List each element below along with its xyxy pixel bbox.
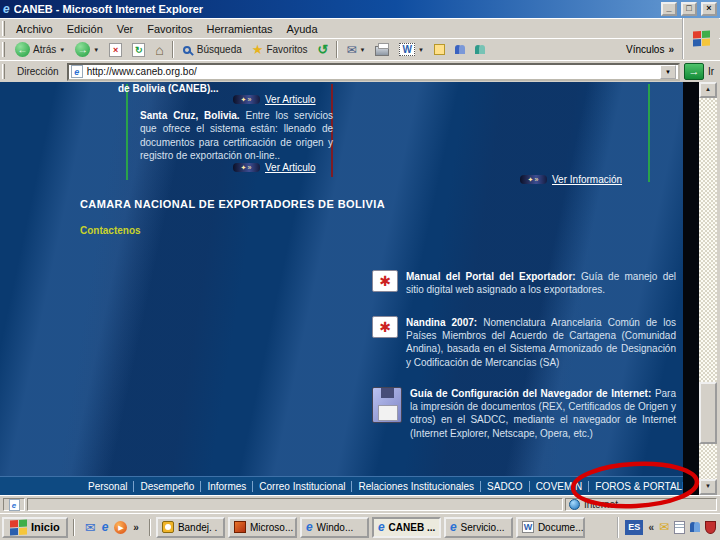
edit-button[interactable]: W ▼ <box>395 42 427 57</box>
address-url[interactable]: http://www.caneb.org.bo/ <box>87 66 656 77</box>
ver-articulo-label[interactable]: Ver Articulo <box>265 162 316 173</box>
download-item-manual[interactable]: ✱ Manual del Portal del Exportador: Guía… <box>372 270 676 296</box>
scroll-up-button[interactable]: ▲ <box>699 82 717 98</box>
page-margin <box>683 82 699 495</box>
close-button[interactable]: × <box>701 2 717 16</box>
research-button[interactable] <box>471 44 489 55</box>
start-button[interactable]: Inicio <box>2 517 68 538</box>
toolbar-separator <box>172 41 174 58</box>
pdf-icon[interactable]: ✱ <box>372 316 398 338</box>
go-button[interactable]: → <box>684 63 704 80</box>
task-label: Bandej. . <box>178 522 217 533</box>
task-button-caneb-active[interactable]: e CANEB ... <box>372 517 441 538</box>
scrollbar-thumb[interactable] <box>699 382 717 444</box>
tray-messenger-icon[interactable] <box>690 522 700 532</box>
status-message-panel <box>27 498 563 511</box>
ver-informacion-label[interactable]: Ver Información <box>552 174 622 185</box>
language-indicator[interactable]: ES <box>625 520 643 535</box>
nav-relaciones-institucionales[interactable]: Relaciones Institucionales <box>352 481 481 492</box>
search-label: Búsqueda <box>197 44 242 55</box>
quick-launch-chevron-icon[interactable]: » <box>133 522 139 533</box>
windows-flag-icon <box>10 519 27 535</box>
toolbar-grip[interactable] <box>2 64 5 80</box>
discuss-button[interactable] <box>430 43 449 56</box>
forward-button[interactable]: → ▼ <box>71 41 103 58</box>
internet-explorer-icon[interactable]: e <box>102 521 109 533</box>
research-people-icon <box>475 45 485 54</box>
links-bar[interactable]: Vínculos » <box>622 43 678 56</box>
task-button-windows[interactable]: e Windo... <box>300 517 369 538</box>
tray-document-icon[interactable] <box>674 521 685 534</box>
menu-ver[interactable]: Ver <box>110 21 141 37</box>
ver-articulo-link-2[interactable]: ✦» Ver Articulo <box>233 162 316 173</box>
toolbar-grip[interactable] <box>2 42 5 58</box>
task-button-servicio[interactable]: e Servicio... <box>444 517 513 538</box>
forward-dropdown-icon[interactable]: ▼ <box>93 47 99 53</box>
ver-informacion-link[interactable]: ✦» Ver Información <box>520 174 622 185</box>
nav-personal[interactable]: Personal <box>82 481 134 492</box>
task-button-microsoft[interactable]: Microso... <box>228 517 297 538</box>
home-button[interactable]: ⌂ <box>151 42 167 58</box>
menu-favoritos[interactable]: Favoritos <box>140 21 199 37</box>
task-button-bandeja[interactable]: Bandej. . <box>156 517 225 538</box>
ver-articulo-label[interactable]: Ver Articulo <box>265 94 316 105</box>
messenger-button[interactable] <box>451 44 469 55</box>
mail-dropdown-icon[interactable]: ▼ <box>360 47 366 53</box>
edit-dropdown-icon[interactable]: ▼ <box>418 47 424 53</box>
ver-articulo-link-1[interactable]: ✦» Ver Articulo <box>233 94 316 105</box>
nav-foros-portales[interactable]: FOROS & PORTALES <box>589 481 683 492</box>
task-button-documento[interactable]: W Docume... <box>516 517 585 538</box>
history-button[interactable]: ↺ <box>314 42 333 57</box>
office-app-icon <box>234 521 246 533</box>
menu-ayuda[interactable]: Ayuda <box>280 21 325 37</box>
nav-sadco[interactable]: SADCO <box>481 481 530 492</box>
forward-icon: → <box>75 42 90 57</box>
taskbar-separator <box>73 519 75 536</box>
print-button[interactable] <box>371 42 393 57</box>
nav-covemin[interactable]: COVEMIN <box>530 481 590 492</box>
links-chevron-icon[interactable]: » <box>668 44 674 55</box>
menu-edicion[interactable]: Edición <box>60 21 110 37</box>
floppy-disk-icon[interactable] <box>372 387 402 423</box>
green-accent-line <box>126 84 128 180</box>
contactenos-link[interactable]: Contactenos <box>80 225 141 236</box>
back-button[interactable]: ← Atrás ▼ <box>11 41 69 58</box>
ie-throbber <box>682 18 719 59</box>
search-button[interactable]: Búsqueda <box>178 43 246 56</box>
tray-mail-icon[interactable]: ✉ <box>659 521 669 533</box>
nav-desempeno[interactable]: Desempeño <box>134 481 201 492</box>
download-item-nandina[interactable]: ✱ Nandina 2007: Nomenclatura Arancelaria… <box>372 316 676 369</box>
ie-logo-icon: e <box>3 3 10 15</box>
scroll-down-button[interactable]: ▼ <box>699 479 717 495</box>
browser-viewport: de Bolivia (CANEB)... ✦» Ver Articulo Sa… <box>0 82 720 495</box>
search-icon <box>183 46 191 54</box>
minimize-button[interactable]: _ <box>661 2 677 16</box>
toolbar-grip[interactable] <box>2 21 5 35</box>
download-item-guia-navegador[interactable]: Guía de Configuración del Navegador de I… <box>372 387 676 440</box>
outlook-express-icon[interactable]: ✉ <box>85 521 96 534</box>
pdf-icon[interactable]: ✱ <box>372 270 398 292</box>
stop-button[interactable]: × <box>105 42 126 58</box>
tray-antivirus-shield-icon[interactable] <box>705 521 716 534</box>
sparkle-arrow-icon: ✦» <box>233 95 260 104</box>
restore-button[interactable]: □ <box>681 2 697 16</box>
address-input[interactable]: e http://www.caneb.org.bo/ ▼ <box>67 63 680 81</box>
address-dropdown-icon[interactable]: ▼ <box>660 65 676 79</box>
tray-chevron-icon[interactable]: « <box>648 522 654 533</box>
bottom-nav-bar: Personal Desempeño Informes Correo Insti… <box>0 476 683 495</box>
favorites-button[interactable]: ★ Favoritos <box>248 42 312 57</box>
nav-informes[interactable]: Informes <box>201 481 253 492</box>
globe-icon <box>569 499 580 510</box>
vertical-scrollbar[interactable]: ▲ ▼ <box>699 82 717 495</box>
menu-herramientas[interactable]: Herramientas <box>200 21 280 37</box>
title-bar: e CANEB - Microsoft Internet Explorer _ … <box>0 0 720 18</box>
nav-correo-institucional[interactable]: Correo Institucional <box>253 481 352 492</box>
news-fragment: de Bolivia (CANEB)... <box>118 83 219 94</box>
back-dropdown-icon[interactable]: ▼ <box>59 47 65 53</box>
media-player-icon[interactable]: ▶ <box>114 521 127 534</box>
standard-toolbar: ← Atrás ▼ → ▼ × ↻ ⌂ Búsqueda ★ Favoritos… <box>0 38 720 60</box>
download-lead: Nandina 2007: <box>406 317 477 328</box>
mail-button[interactable]: ✉ ▼ <box>342 43 369 57</box>
refresh-button[interactable]: ↻ <box>128 42 149 58</box>
menu-archivo[interactable]: Archivo <box>9 21 60 37</box>
